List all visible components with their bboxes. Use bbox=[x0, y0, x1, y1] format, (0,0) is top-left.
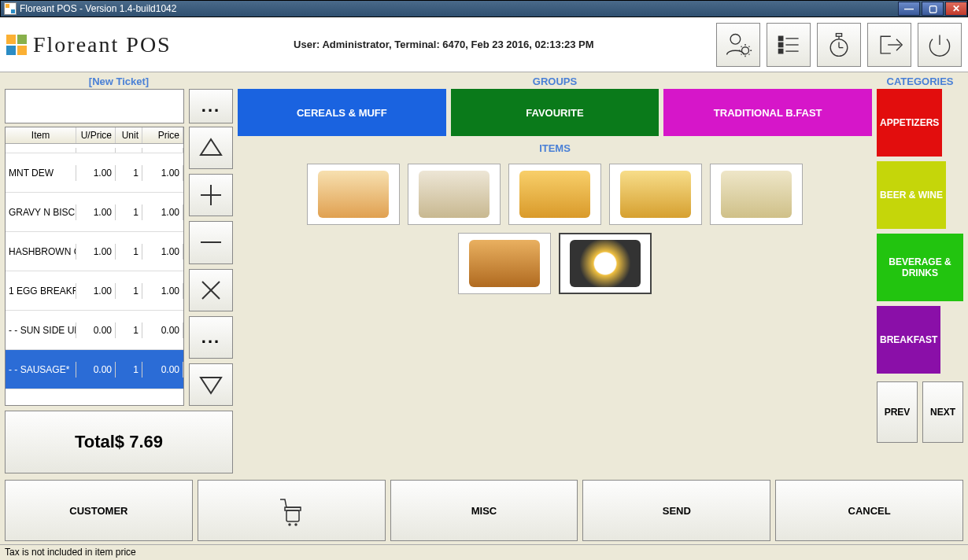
svg-rect-18 bbox=[286, 510, 299, 521]
categories-next-button[interactable]: NEXT bbox=[922, 381, 963, 443]
brand-logo: Floreant POS bbox=[6, 32, 172, 57]
categories-label: CATEGORIES bbox=[877, 76, 963, 87]
ticket-cell-price: 1.00 bbox=[142, 165, 183, 181]
triangle-up-icon bbox=[198, 134, 224, 161]
ticket-cell-unit: 1 bbox=[116, 362, 142, 378]
logout-button[interactable] bbox=[867, 23, 911, 67]
app-icon bbox=[4, 2, 17, 15]
x-icon bbox=[198, 277, 224, 304]
menu-item-wrap[interactable] bbox=[710, 164, 803, 225]
send-button[interactable]: SEND bbox=[582, 480, 770, 541]
group-button[interactable]: TRADITIONAL B.FAST bbox=[663, 89, 872, 136]
user-settings-button[interactable] bbox=[716, 23, 760, 67]
ticket-cell-uprice: 0.00 bbox=[76, 362, 116, 378]
minimize-button[interactable]: — bbox=[898, 2, 920, 16]
ticket-row[interactable]: GRAVY N BISCUIT1.0011.00 bbox=[6, 193, 183, 232]
group-button[interactable]: CEREALS & MUFF bbox=[238, 89, 446, 136]
scroll-down-button[interactable] bbox=[189, 363, 233, 406]
items-label: ITEMS bbox=[238, 142, 872, 154]
svg-rect-11 bbox=[836, 33, 841, 36]
categories-prev-button[interactable]: PREV bbox=[877, 381, 918, 443]
menu-item-eggs-bacon-plate[interactable] bbox=[559, 233, 652, 294]
category-button[interactable]: APPETIZERS bbox=[877, 89, 942, 157]
svg-point-20 bbox=[295, 524, 297, 525]
food-image-icon bbox=[419, 171, 490, 218]
plus-icon bbox=[198, 182, 224, 208]
ticket-grid-header: Item U/Price Unit Price bbox=[6, 127, 183, 144]
orders-list-button[interactable] bbox=[767, 23, 811, 67]
ticket-cell-uprice: 1.00 bbox=[76, 165, 116, 181]
close-button[interactable]: ✕ bbox=[945, 2, 967, 16]
ticket-row[interactable]: - - SAUSAGE*0.0010.00 bbox=[6, 350, 183, 389]
col-unit: Unit bbox=[116, 127, 142, 143]
cancel-button[interactable]: CANCEL bbox=[775, 480, 963, 541]
status-bar: Tax is not included in item price bbox=[0, 544, 968, 560]
food-image-icon bbox=[721, 171, 792, 218]
menu-item-croissant-sandwich[interactable] bbox=[458, 233, 551, 294]
window-title: Floreant POS - Version 1.4-build1042 bbox=[20, 3, 896, 14]
col-item: Item bbox=[6, 127, 76, 143]
list-icon bbox=[774, 31, 803, 59]
menu-item-bacon-egg-burger[interactable] bbox=[307, 164, 400, 225]
svg-point-1 bbox=[742, 46, 749, 53]
menu-panel: GROUPS CEREALS & MUFFFAVOURITETRADITIONA… bbox=[238, 76, 872, 473]
menu-item-waffle-plate[interactable] bbox=[609, 164, 702, 225]
ticket-cell-item: - - SAUSAGE* bbox=[6, 362, 76, 378]
ticket-cell-unit: 1 bbox=[116, 244, 142, 260]
session-status: User: Administrator, Terminal: 6470, Feb… bbox=[172, 39, 716, 50]
groups-label: GROUPS bbox=[238, 76, 872, 87]
logo-mark-icon bbox=[6, 35, 27, 55]
ticket-row[interactable]: 1 EGG BREAKFAST1.0011.00 bbox=[6, 271, 183, 311]
categories-panel: CATEGORIES APPETIZERSBEER & WINEBEVERAGE… bbox=[877, 76, 963, 473]
triangle-down-icon bbox=[198, 371, 224, 398]
category-button[interactable]: BEER & WINE bbox=[877, 161, 946, 229]
qty-minus-button[interactable] bbox=[189, 221, 233, 263]
ticket-grid[interactable]: Item U/Price Unit Price MNT DEW1.0011.00… bbox=[5, 127, 184, 406]
ticket-cell-item: - - SUN SIDE UP* bbox=[6, 322, 76, 338]
ticket-cell-uprice: 1.00 bbox=[76, 283, 116, 299]
ticket-cell-uprice: 1.00 bbox=[76, 244, 116, 260]
menu-item-biscuits-gravy[interactable] bbox=[408, 164, 501, 225]
svg-point-0 bbox=[730, 34, 741, 44]
food-image-icon bbox=[620, 171, 691, 218]
ticket-cell-price: 1.00 bbox=[142, 244, 183, 260]
ticket-panel: [New Ticket] ... Item U/Price Unit Price… bbox=[5, 76, 233, 473]
item-more-button[interactable]: ... bbox=[189, 316, 233, 359]
maximize-button[interactable]: ▢ bbox=[922, 2, 944, 16]
clock-button[interactable] bbox=[817, 23, 861, 67]
group-button[interactable]: FAVOURITE bbox=[451, 89, 659, 136]
ticket-row[interactable] bbox=[6, 144, 183, 153]
ticket-row[interactable]: HASHBROWN COMBO1.0011.00 bbox=[6, 232, 183, 271]
ticket-cell-price: 1.00 bbox=[142, 204, 183, 220]
remove-item-button[interactable] bbox=[189, 269, 233, 311]
misc-button[interactable]: MISC bbox=[390, 480, 578, 541]
category-button[interactable]: BREAKFAST bbox=[877, 306, 940, 374]
food-image-icon bbox=[519, 171, 590, 218]
food-image-icon bbox=[570, 240, 641, 287]
user-gear-icon bbox=[724, 31, 752, 59]
svg-rect-2 bbox=[778, 36, 782, 40]
ticket-cell-item: GRAVY N BISCUIT bbox=[6, 204, 76, 220]
ticket-row[interactable]: - - SUN SIDE UP*0.0010.00 bbox=[6, 311, 183, 350]
ticket-cell-price: 0.00 bbox=[142, 322, 183, 338]
ticket-cell-unit: 1 bbox=[116, 165, 142, 181]
col-uprice: U/Price bbox=[76, 127, 116, 143]
exit-icon bbox=[875, 31, 903, 59]
ticket-cell-unit: 1 bbox=[116, 322, 142, 338]
scroll-up-button[interactable] bbox=[189, 127, 233, 169]
power-icon bbox=[926, 31, 954, 59]
ticket-row[interactable]: MNT DEW1.0011.00 bbox=[6, 153, 183, 193]
svg-rect-4 bbox=[778, 49, 782, 53]
brand-name: Floreant POS bbox=[33, 32, 172, 57]
minus-icon bbox=[198, 229, 224, 256]
ticket-search-input[interactable] bbox=[5, 89, 184, 123]
cart-hold-icon bbox=[275, 495, 307, 526]
shutdown-button[interactable] bbox=[918, 23, 962, 67]
customer-button[interactable]: CUSTOMER bbox=[5, 480, 193, 541]
col-price: Price bbox=[142, 127, 183, 143]
hold-button[interactable] bbox=[198, 480, 386, 541]
category-button[interactable]: BEVERAGE & DRINKS bbox=[877, 234, 963, 301]
menu-item-omelette-toast[interactable] bbox=[508, 164, 601, 225]
qty-plus-button[interactable] bbox=[189, 174, 233, 216]
ticket-more-button[interactable]: ... bbox=[189, 89, 233, 123]
